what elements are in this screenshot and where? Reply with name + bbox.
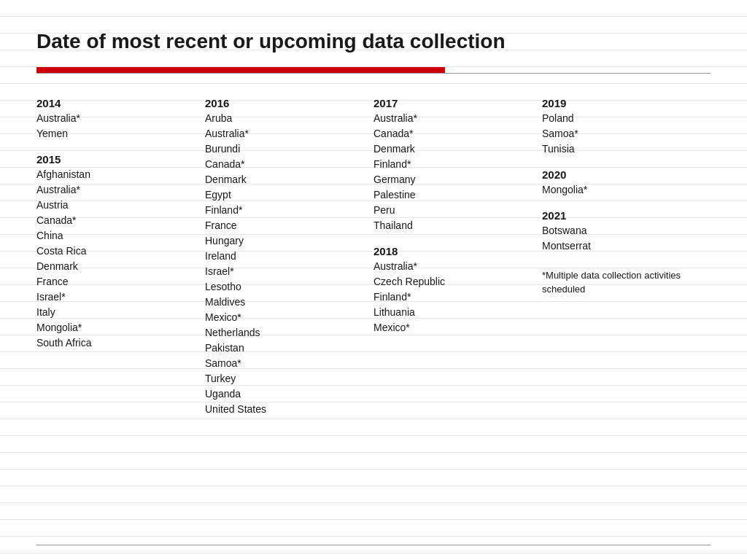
country-finland-2016: Finland*	[205, 203, 366, 218]
country-yemen: Yemen	[36, 126, 198, 141]
country-south-africa: South Africa	[36, 335, 198, 351]
country-canada-2017: Canada*	[374, 126, 535, 141]
country-canada-2016: Canada*	[205, 157, 366, 172]
year-header-2017: 2017	[374, 97, 535, 109]
country-germany: Germany	[374, 172, 535, 187]
country-aruba: Aruba	[205, 111, 366, 126]
country-finland-2017: Finland*	[374, 157, 535, 172]
country-egypt: Egypt	[205, 187, 366, 203]
year-header-2018: 2018	[374, 245, 535, 257]
country-denmark-2017: Denmark	[374, 141, 535, 157]
country-lithuania: Lithuania	[374, 305, 535, 320]
year-header-2016: 2016	[205, 97, 366, 109]
country-poland: Poland	[542, 111, 703, 126]
page-title: Date of most recent or upcoming data col…	[36, 29, 711, 54]
country-peru: Peru	[374, 203, 535, 218]
red-bar-container	[36, 67, 711, 74]
country-denmark-2015: Denmark	[36, 259, 198, 274]
country-botswana: Botswana	[542, 223, 703, 238]
country-lesotho: Lesotho	[205, 279, 366, 295]
country-czech-republic: Czech Republic	[374, 274, 535, 289]
country-pakistan: Pakistan	[205, 341, 366, 356]
country-uganda: Uganda	[205, 386, 366, 402]
content-area: Date of most recent or upcoming data col…	[0, 0, 747, 560]
column-1: 2014 Australia* Yemen 2015 Afghanistan A…	[36, 88, 205, 417]
country-france-2015: France	[36, 274, 198, 289]
country-china: China	[36, 228, 198, 244]
country-finland-2018: Finland*	[374, 289, 535, 305]
bottom-separator	[36, 545, 711, 545]
country-turkey: Turkey	[205, 371, 366, 386]
country-austria: Austria	[36, 198, 198, 213]
year-header-2019: 2019	[542, 97, 703, 109]
footnote: *Multiple data collection activities sch…	[542, 268, 703, 297]
country-thailand: Thailand	[374, 218, 535, 233]
separator-line	[36, 73, 711, 74]
column-2: 2016 Aruba Australia* Burundi Canada* De…	[205, 88, 374, 417]
year-group-2016: 2016 Aruba Australia* Burundi Canada* De…	[205, 97, 366, 417]
slide: Date of most recent or upcoming data col…	[0, 0, 747, 560]
country-mexico-2016: Mexico*	[205, 310, 366, 325]
country-australia-2016: Australia*	[205, 126, 366, 141]
country-italy: Italy	[36, 305, 198, 320]
year-header-2015: 2015	[36, 153, 198, 166]
year-group-2018: 2018 Australia* Czech Republic Finland* …	[374, 245, 535, 335]
country-hungary: Hungary	[205, 233, 366, 249]
year-header-2020: 2020	[542, 168, 703, 181]
year-header-2014: 2014	[36, 97, 198, 109]
country-afghanistan: Afghanistan	[36, 167, 198, 182]
country-samoa-2016: Samoa*	[205, 356, 366, 371]
country-denmark-2016: Denmark	[205, 172, 366, 187]
country-mongolia-2020: Mongolia*	[542, 182, 703, 198]
column-4: 2019 Poland Samoa* Tunisia 2020 Mongolia…	[542, 88, 711, 417]
year-group-2015: 2015 Afghanistan Australia* Austria Cana…	[36, 153, 198, 351]
country-canada-2015: Canada*	[36, 213, 198, 228]
country-netherlands: Netherlands	[205, 325, 366, 341]
country-palestine: Palestine	[374, 187, 535, 203]
country-australia-2018: Australia*	[374, 259, 535, 274]
country-burundi: Burundi	[205, 141, 366, 157]
country-australia-2014: Australia*	[36, 111, 198, 126]
red-bar	[36, 67, 445, 73]
country-mongolia-2015: Mongolia*	[36, 320, 198, 335]
year-group-2019: 2019 Poland Samoa* Tunisia	[542, 97, 703, 157]
country-israel-2016: Israel*	[205, 264, 366, 279]
year-group-2020: 2020 Mongolia*	[542, 168, 703, 198]
country-tunisia: Tunisia	[542, 141, 703, 157]
country-france-2016: France	[205, 218, 366, 233]
columns-container: 2014 Australia* Yemen 2015 Afghanistan A…	[36, 88, 711, 417]
country-samoa-2019: Samoa*	[542, 126, 703, 141]
country-costa-rica: Costa Rica	[36, 244, 198, 259]
country-australia-2015: Australia*	[36, 182, 198, 198]
country-israel-2015: Israel*	[36, 289, 198, 305]
year-header-2021: 2021	[542, 209, 703, 222]
country-maldives: Maldives	[205, 295, 366, 310]
year-group-2017: 2017 Australia* Canada* Denmark Finland*…	[374, 97, 535, 233]
country-montserrat: Montserrat	[542, 238, 703, 254]
year-group-2014: 2014 Australia* Yemen	[36, 97, 198, 141]
column-3: 2017 Australia* Canada* Denmark Finland*…	[374, 88, 542, 417]
country-united-states: United States	[205, 402, 366, 417]
country-ireland: Ireland	[205, 249, 366, 264]
country-australia-2017: Australia*	[374, 111, 535, 126]
year-group-2021: 2021 Botswana Montserrat	[542, 209, 703, 254]
country-mexico-2018: Mexico*	[374, 320, 535, 335]
